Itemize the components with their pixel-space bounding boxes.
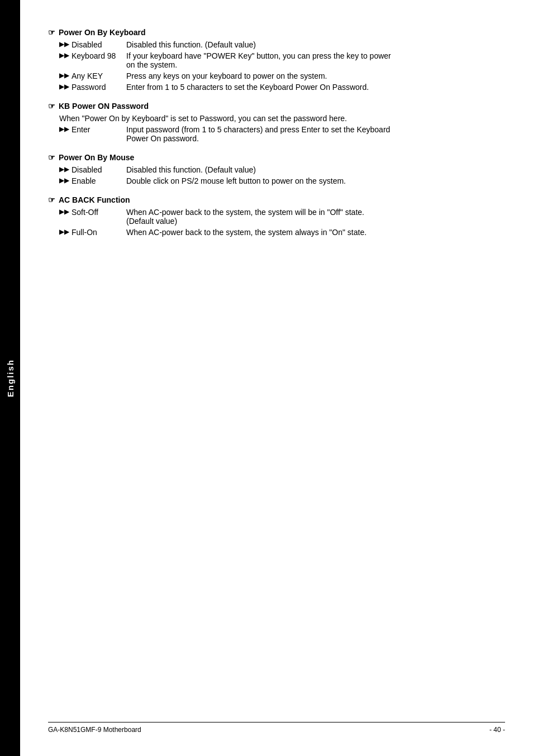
- arrow-icon: ▶▶: [59, 125, 69, 133]
- arrow-icon: ▶▶: [59, 40, 69, 48]
- arrow-icon: ▶▶: [59, 71, 69, 79]
- section-title-kb-power-on-password: ☞ KB Power ON Password: [48, 102, 505, 111]
- footer: GA-K8N51GMF-9 Motherboard - 40 -: [48, 722, 505, 734]
- option-name-password-1: Password: [72, 83, 106, 92]
- section-heading-2: KB Power ON Password: [59, 102, 149, 111]
- option-desc-soft-off-line2: (Default value): [126, 217, 505, 226]
- arrow-icon: ▶▶: [59, 228, 69, 236]
- option-row-disabled-1: ▶▶ Disabled Disabled this function. (Def…: [48, 40, 505, 49]
- arrow-icon: ▶▶: [59, 165, 69, 173]
- section-heading-3: Power On By Mouse: [59, 153, 134, 162]
- option-key-keyboard98: ▶▶ Keyboard 98: [59, 51, 126, 69]
- option-key-enter: ▶▶ Enter: [59, 125, 126, 143]
- option-row-disabled-mouse: ▶▶ Disabled Disabled this function. (Def…: [48, 165, 505, 174]
- arrow-icon: ▶▶: [59, 208, 69, 216]
- section-heading-4: AC BACK Function: [59, 195, 130, 204]
- option-key-password-1: ▶▶ Password: [59, 83, 126, 92]
- option-key-full-on: ▶▶ Full-On: [59, 228, 126, 237]
- cursor-icon-2: ☞: [48, 102, 55, 111]
- option-desc-enter-line1: Input password (from 1 to 5 characters) …: [126, 125, 505, 134]
- option-name-disabled-1: Disabled: [72, 40, 102, 49]
- section-power-on-by-mouse: ☞ Power On By Mouse ▶▶ Disabled Disabled…: [48, 153, 505, 185]
- option-name-enable: Enable: [72, 176, 96, 185]
- option-row-keyboard98: ▶▶ Keyboard 98 If your keyboard have "PO…: [48, 51, 505, 69]
- option-key-disabled-1: ▶▶ Disabled: [59, 40, 126, 49]
- option-key-enable: ▶▶ Enable: [59, 176, 126, 185]
- option-desc-disabled-mouse: Disabled this function. (Default value): [126, 165, 505, 174]
- option-key-anykey: ▶▶ Any KEY: [59, 71, 126, 80]
- option-desc-keyboard98-line1: If your keyboard have "POWER Key" button…: [126, 51, 505, 60]
- cursor-icon-1: ☞: [48, 28, 55, 37]
- option-desc-keyboard98-line2: on the system.: [126, 60, 505, 69]
- option-desc-enter: Input password (from 1 to 5 characters) …: [126, 125, 505, 143]
- option-key-disabled-mouse: ▶▶ Disabled: [59, 165, 126, 174]
- main-content: ☞ Power On By Keyboard ▶▶ Disabled Disab…: [20, 0, 533, 756]
- option-key-soft-off: ▶▶ Soft-Off: [59, 208, 126, 226]
- sidebar: English: [0, 0, 20, 756]
- option-name-keyboard98: Keyboard 98: [72, 51, 116, 60]
- footer-left: GA-K8N51GMF-9 Motherboard: [48, 726, 141, 734]
- content-body: ☞ Power On By Keyboard ▶▶ Disabled Disab…: [48, 28, 505, 722]
- section-title-ac-back-function: ☞ AC BACK Function: [48, 195, 505, 204]
- cursor-icon-3: ☞: [48, 153, 55, 162]
- option-desc-keyboard98: If your keyboard have "POWER Key" button…: [126, 51, 505, 69]
- cursor-icon-4: ☞: [48, 195, 55, 204]
- option-desc-soft-off: When AC-power back to the system, the sy…: [126, 208, 505, 226]
- section-power-on-by-keyboard: ☞ Power On By Keyboard ▶▶ Disabled Disab…: [48, 28, 505, 92]
- arrow-icon: ▶▶: [59, 83, 69, 90]
- option-name-full-on: Full-On: [72, 228, 97, 237]
- option-row-password-1: ▶▶ Password Enter from 1 to 5 characters…: [48, 83, 505, 92]
- option-desc-enable: Double click on PS/2 mouse left button t…: [126, 176, 505, 185]
- option-row-full-on: ▶▶ Full-On When AC-power back to the sys…: [48, 228, 505, 237]
- arrow-icon: ▶▶: [59, 176, 69, 184]
- option-name-anykey: Any KEY: [72, 71, 103, 80]
- option-name-soft-off: Soft-Off: [72, 208, 98, 217]
- option-desc-full-on: When AC-power back to the system, the sy…: [126, 228, 505, 237]
- arrow-icon: ▶▶: [59, 51, 69, 59]
- option-row-enter: ▶▶ Enter Input password (from 1 to 5 cha…: [48, 125, 505, 143]
- option-desc-password-1: Enter from 1 to 5 characters to set the …: [126, 83, 505, 92]
- option-row-anykey: ▶▶ Any KEY Press any keys on your keyboa…: [48, 71, 505, 80]
- option-desc-anykey: Press any keys on your keyboard to power…: [126, 71, 505, 80]
- footer-right: - 40 -: [489, 726, 505, 734]
- section-ac-back-function: ☞ AC BACK Function ▶▶ Soft-Off When AC-p…: [48, 195, 505, 237]
- section-heading-1: Power On By Keyboard: [59, 28, 146, 37]
- option-row-enable: ▶▶ Enable Double click on PS/2 mouse lef…: [48, 176, 505, 185]
- section-kb-power-on-password: ☞ KB Power ON Password When "Power On by…: [48, 102, 505, 143]
- option-row-soft-off: ▶▶ Soft-Off When AC-power back to the sy…: [48, 208, 505, 226]
- sidebar-label: English: [6, 359, 15, 397]
- option-name-enter: Enter: [72, 125, 90, 134]
- option-desc-enter-line2: Power On password.: [126, 134, 505, 143]
- option-name-disabled-mouse: Disabled: [72, 165, 102, 174]
- kb-power-intro: When "Power On by Keyboard" is set to Pa…: [48, 114, 505, 123]
- option-desc-soft-off-line1: When AC-power back to the system, the sy…: [126, 208, 505, 217]
- page-container: English ☞ Power On By Keyboard ▶▶ Disabl…: [0, 0, 533, 756]
- section-title-power-on-by-mouse: ☞ Power On By Mouse: [48, 153, 505, 162]
- option-desc-disabled-1: Disabled this function. (Default value): [126, 40, 505, 49]
- section-title-power-on-by-keyboard: ☞ Power On By Keyboard: [48, 28, 505, 37]
